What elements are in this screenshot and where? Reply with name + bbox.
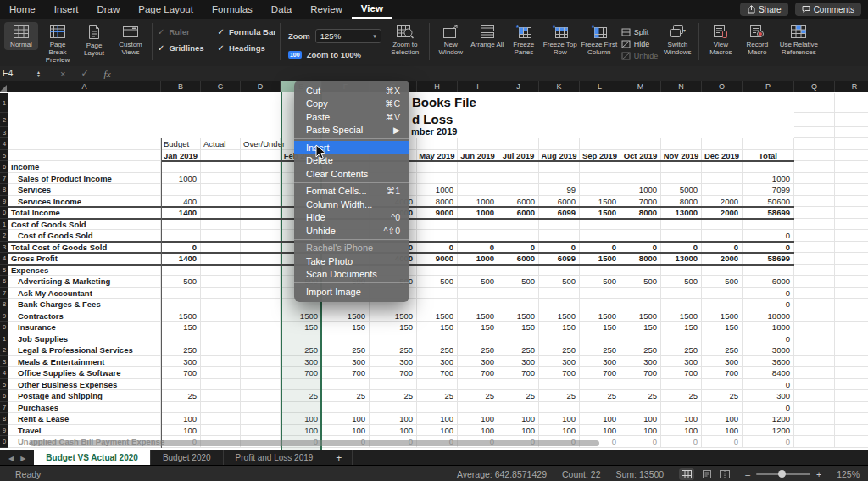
cell[interactable] [241, 173, 281, 185]
column-header-O[interactable]: O [702, 81, 743, 92]
zoom-to-100-button[interactable]: Zoom to 100% [307, 50, 361, 59]
row-header-27[interactable]: 7 [0, 402, 8, 414]
cell[interactable] [498, 138, 539, 150]
cell[interactable]: 300 [498, 356, 539, 368]
cell[interactable] [241, 150, 281, 162]
menu-item-copy[interactable]: Copy⌘C [294, 98, 409, 111]
cell[interactable] [794, 127, 835, 138]
cell[interactable] [201, 413, 241, 425]
cell[interactable] [417, 219, 458, 231]
comments-button[interactable]: Comments [795, 3, 861, 16]
cell[interactable] [201, 322, 241, 333]
cell[interactable]: 300 [620, 356, 661, 368]
cell[interactable]: 13000 [661, 253, 702, 265]
ribbon-tab-formulas[interactable]: Formulas [203, 0, 262, 19]
zoom-level-dropdown[interactable]: 125% ▾ [315, 29, 381, 43]
cell[interactable] [835, 344, 868, 356]
cell[interactable]: 0 [743, 402, 794, 414]
cell[interactable] [539, 333, 580, 345]
cell[interactable] [498, 265, 539, 277]
cell[interactable]: 9000 [417, 253, 458, 265]
cell[interactable] [417, 402, 458, 414]
cell[interactable] [661, 173, 702, 185]
menu-item-import-image[interactable]: Import Image [294, 285, 409, 299]
zoom-out-icon[interactable]: – [745, 469, 750, 479]
row-header-1[interactable]: 1 [0, 93, 8, 113]
cell[interactable] [620, 288, 661, 299]
cell[interactable] [620, 333, 661, 345]
cell[interactable]: 700 [702, 367, 743, 379]
cell[interactable] [201, 150, 241, 162]
cell[interactable] [241, 356, 281, 368]
row-label[interactable]: Bank Charges & Fees [8, 299, 161, 310]
hide-button[interactable]: Hide [621, 39, 659, 49]
menu-item-hide[interactable]: Hide^0 [294, 211, 409, 225]
cell[interactable]: 0 [498, 242, 539, 254]
cell[interactable] [201, 299, 241, 310]
cell[interactable]: 250 [620, 344, 661, 356]
cell[interactable]: 500 [458, 276, 498, 288]
cell[interactable] [835, 173, 868, 185]
cell[interactable] [458, 184, 498, 196]
row-header-28[interactable]: 8 [0, 413, 8, 425]
cell[interactable] [620, 138, 661, 150]
cell[interactable] [241, 265, 281, 277]
cell[interactable] [794, 265, 835, 277]
cell[interactable] [241, 161, 281, 173]
cell[interactable] [835, 113, 868, 127]
column-header-I[interactable]: I [458, 81, 498, 92]
cell[interactable] [417, 161, 458, 173]
cell[interactable] [241, 402, 281, 414]
row-header-3[interactable]: 3 [0, 127, 8, 138]
view-macros-button[interactable]: View Macros [704, 22, 737, 58]
ribbon-tab-insert[interactable]: Insert [45, 0, 88, 19]
cell[interactable] [661, 265, 702, 277]
cell[interactable] [835, 276, 868, 288]
cell[interactable] [835, 356, 868, 368]
cell[interactable]: 250 [539, 344, 580, 356]
row-label[interactable]: Contractors [8, 310, 161, 322]
cell[interactable]: 100 [702, 425, 743, 437]
cell[interactable] [241, 276, 281, 288]
cell[interactable] [702, 184, 743, 196]
row-header-6[interactable]: 6 [0, 161, 8, 173]
row-label[interactable] [8, 150, 161, 162]
cell[interactable] [702, 138, 743, 150]
cell[interactable]: 150 [580, 322, 620, 333]
cell[interactable] [458, 379, 498, 391]
cell[interactable]: 700 [498, 367, 539, 379]
cell[interactable] [498, 219, 539, 231]
cell[interactable] [661, 161, 702, 173]
cell[interactable]: 100 [620, 425, 661, 437]
cell[interactable] [794, 196, 835, 208]
cell[interactable] [794, 161, 835, 173]
cell[interactable] [417, 288, 458, 299]
cell[interactable] [539, 230, 580, 242]
cell[interactable] [201, 344, 241, 356]
cell[interactable]: 25 [322, 390, 370, 402]
cell[interactable]: 100 [580, 413, 620, 425]
cell[interactable]: 6099 [539, 253, 580, 265]
cell[interactable]: 700 [661, 367, 702, 379]
cell[interactable] [743, 161, 794, 173]
cell[interactable]: 150 [661, 322, 702, 333]
cell[interactable]: 100 [417, 425, 458, 437]
cell[interactable]: 7000 [620, 196, 661, 208]
cell[interactable]: 6000 [498, 207, 539, 219]
cell[interactable] [835, 390, 868, 402]
cell[interactable] [161, 333, 201, 345]
cell[interactable]: 25 [661, 390, 702, 402]
cell[interactable]: 250 [161, 344, 201, 356]
cell[interactable] [498, 230, 539, 242]
gridlines-checkbox[interactable]: ✓ Gridlines [158, 43, 204, 53]
cell[interactable]: 300 [539, 356, 580, 368]
cell[interactable] [498, 184, 539, 196]
cell[interactable]: Dec 2019 [702, 150, 743, 162]
cell[interactable]: 300 [370, 356, 417, 368]
cell[interactable]: Total [743, 150, 794, 162]
cell[interactable]: 8000 [661, 196, 702, 208]
page-break-preview-button[interactable]: Page Break Preview [41, 22, 75, 66]
menu-item-scan-documents[interactable]: Scan Documents [294, 268, 409, 282]
row-label[interactable]: Gross Profit [8, 253, 161, 265]
cell[interactable] [835, 379, 868, 391]
